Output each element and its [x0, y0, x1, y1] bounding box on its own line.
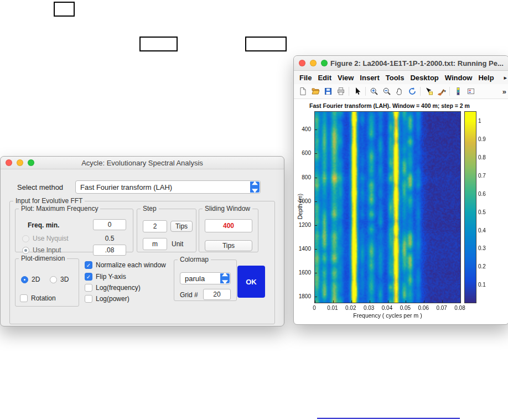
spectrogram-canvas[interactable]	[315, 112, 460, 303]
select-method-label: Select method	[17, 183, 63, 191]
use-nyquist-radio-row[interactable]: Use Nyquist	[22, 235, 69, 242]
option-row-3[interactable]: Log(power)	[85, 295, 129, 303]
x-tick-mark	[333, 300, 334, 303]
plot-dimension-legend: Plot-dimension	[19, 255, 67, 262]
menu-window[interactable]: Window	[445, 74, 473, 82]
x-tick-label: 0	[313, 305, 316, 311]
method-dropdown-value: Fast Fourier transform (LAH)	[80, 183, 172, 191]
flip-y-label: Flip Y-axis	[96, 273, 126, 281]
colorbar-canvas	[465, 112, 476, 303]
new-figure-icon[interactable]	[297, 86, 308, 97]
radio-2d[interactable]	[21, 276, 28, 283]
figure-titlebar[interactable]: Figure 2: La2004-1E1T-1P-1-2000.txt: Run…	[294, 56, 508, 71]
toolbar-separator	[449, 87, 450, 96]
option-row-1[interactable]: Flip Y-axis	[85, 273, 126, 281]
rotation-checkbox-row[interactable]: Rotation	[20, 294, 56, 302]
x-tick-mark	[351, 300, 352, 303]
log-power-checkbox[interactable]	[85, 295, 92, 303]
use-input-radio-row[interactable]: Use Input	[22, 246, 61, 254]
grid-input[interactable]: 20	[203, 289, 231, 300]
use-input-radio[interactable]	[22, 247, 29, 254]
brush-icon[interactable]: ▾	[436, 86, 447, 97]
radio-2d-row[interactable]: 2D	[21, 276, 40, 283]
sliding-window-tips-button[interactable]: Tips	[205, 240, 252, 251]
x-tick-label: 0.01	[327, 305, 338, 311]
radio-2d-label: 2D	[32, 276, 40, 283]
use-input-value-input[interactable]: .08	[93, 245, 126, 256]
figure-title: Figure 2: La2004-1E1T-1P-1-2000.txt: Run…	[330, 59, 508, 68]
insert-legend-icon[interactable]	[465, 86, 476, 97]
step-value-input[interactable]: 2	[143, 220, 167, 232]
option-row-2[interactable]: Log(frequency)	[85, 284, 141, 292]
rotation-checkbox[interactable]	[20, 294, 28, 302]
normalize-checkbox[interactable]	[85, 261, 92, 269]
x-tick-label: 0.03	[364, 305, 374, 311]
menu-help[interactable]: Help	[478, 74, 494, 82]
close-button[interactable]	[299, 60, 305, 66]
plot-area[interactable]	[314, 111, 461, 303]
data-cursor-icon[interactable]	[423, 86, 434, 97]
save-icon[interactable]	[322, 86, 334, 97]
menu-view[interactable]: View	[338, 74, 354, 82]
zoom-in-icon[interactable]	[368, 86, 380, 97]
step-legend: Step	[141, 205, 159, 212]
insert-colorbar-icon[interactable]	[452, 86, 464, 97]
zoom-out-icon[interactable]	[381, 86, 392, 97]
zoom-window-button[interactable]	[321, 60, 328, 66]
x-tick-mark	[370, 300, 370, 303]
pan-hand-icon[interactable]	[393, 86, 405, 97]
toolbar-separator	[349, 87, 349, 96]
brush-dropdown-caret[interactable]: ▾	[444, 89, 446, 94]
use-nyquist-label: Use Nyquist	[33, 235, 69, 242]
log-frequency-checkbox[interactable]	[85, 284, 92, 292]
pointer-icon[interactable]	[351, 86, 363, 97]
y-tick-label: 1200	[299, 221, 311, 227]
step-group: Step 2 Tips m Unit	[137, 205, 196, 252]
minimize-button[interactable]	[310, 60, 317, 66]
empty-box-1	[54, 2, 75, 17]
open-file-icon[interactable]	[309, 86, 321, 97]
ok-button[interactable]: OK	[237, 266, 265, 298]
colorbar-tick-label: 0.7	[478, 173, 486, 179]
y-tick-mark	[315, 225, 317, 226]
zoom-window-button[interactable]	[28, 159, 34, 166]
menu-edit[interactable]: Edit	[318, 74, 331, 82]
menu-file[interactable]: File	[299, 74, 312, 82]
print-icon[interactable]	[335, 86, 346, 97]
radio-3d[interactable]	[50, 276, 57, 283]
figure-menubar: File Edit View Insert Tools Desktop Wind…	[294, 71, 508, 84]
radio-3d-row[interactable]: 3D	[50, 276, 69, 283]
step-tips-button[interactable]: Tips	[170, 221, 193, 232]
rotate-3d-icon[interactable]	[406, 86, 418, 97]
step-unit-input[interactable]: m	[143, 238, 167, 250]
dialog-body: Select method Fast Fourier transform (LA…	[1, 169, 284, 326]
flip-y-checkbox[interactable]	[85, 273, 92, 281]
y-tick-mark	[315, 178, 317, 178]
freq-min-input[interactable]: 0	[93, 219, 126, 230]
method-dropdown[interactable]: Fast Fourier transform (LAH)	[75, 180, 261, 194]
dropdown-stepper-icon	[250, 182, 260, 193]
menu-tools[interactable]: Tools	[386, 74, 405, 82]
dialog-titlebar[interactable]: Acycle: Evolutionary Spectral Analysis	[1, 157, 284, 169]
dialog-title: Acycle: Evolutionary Spectral Analysis	[81, 159, 203, 167]
minimize-button[interactable]	[17, 159, 23, 166]
menu-overflow-icon[interactable]: ▸	[504, 74, 507, 81]
colormap-group: Colormap parula Grid # 20	[174, 256, 237, 301]
menu-desktop[interactable]: Desktop	[410, 74, 438, 82]
menu-insert[interactable]: Insert	[360, 74, 379, 82]
close-button[interactable]	[6, 159, 12, 166]
use-nyquist-radio[interactable]	[22, 235, 29, 242]
colormap-dropdown-value: parula	[185, 274, 205, 283]
sliding-window-input[interactable]: 400	[205, 219, 252, 232]
option-row-0[interactable]: Normalize each window	[85, 261, 166, 269]
figure-toolbar: ▾ »	[294, 84, 508, 99]
input-evolutive-fft-legend: Input for Evolutive FFT	[13, 197, 85, 205]
y-tick-mark	[315, 153, 317, 154]
colorbar-tick-label: 0.2	[478, 263, 486, 269]
colormap-dropdown[interactable]: parula	[180, 272, 231, 284]
y-tick-label: 1800	[299, 293, 311, 299]
x-tick-mark	[442, 300, 443, 303]
radio-3d-label: 3D	[60, 276, 69, 283]
colorbar-tick-label: 0.1	[478, 282, 486, 288]
toolbar-overflow-icon[interactable]: »	[502, 87, 506, 96]
